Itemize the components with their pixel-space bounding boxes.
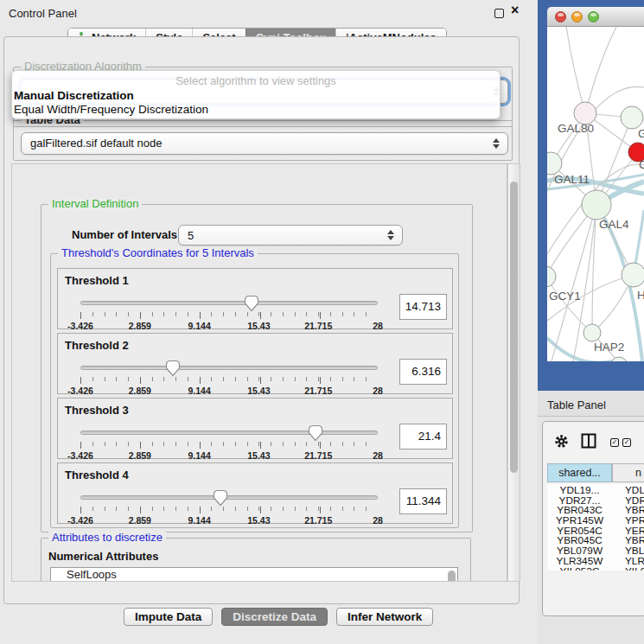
numerical-attributes-label: Numerical Attributes [48, 550, 158, 563]
attributes-group: Attributes to discretize Numerical Attri… [41, 538, 471, 582]
threshold-3-slider[interactable]: -3.4262.8599.14415.4321.71528 [80, 423, 378, 457]
combo-stepper-icon [493, 138, 500, 149]
node-h[interactable] [622, 263, 644, 287]
table-header-row: shared... n [547, 463, 644, 482]
table-data-select[interactable]: galFiltered.sif default node [21, 132, 508, 155]
thresholds-group: Threshold's Coordinates for 5 Intervals … [50, 253, 459, 528]
dropdown-item-manual-discretization[interactable]: Manual Discretization [14, 89, 134, 102]
node-label-gal80: GAL80 [558, 122, 594, 135]
slider-tick-labels: -3.4262.8599.14415.4321.71528 [80, 321, 378, 331]
network-graph: GAL80 GA GAL11 C GAL4 GCY1 H HAP2 [547, 27, 644, 361]
network-view-window[interactable]: GAL80 GA GAL11 C GAL4 GCY1 H HAP2 [538, 0, 644, 391]
slider-thumb[interactable] [165, 360, 181, 377]
tab-infer-network[interactable]: Infer Network [336, 608, 433, 626]
algorithm-dropdown-popup: Select algorithm to view settings Manual… [11, 70, 501, 119]
table-row[interactable]: YDL19...YDL1 [547, 484, 644, 494]
table-row[interactable]: YER054CYER0 [547, 525, 644, 535]
slider-thumb[interactable] [244, 295, 259, 312]
control-panel: Control Panel × Network Style Select Cyn… [0, 0, 538, 644]
list-item[interactable]: SelfLoops [51, 568, 457, 582]
table-row[interactable]: YBL079WYBL0 [547, 545, 644, 555]
table-panel-body: ✓ ✓ shared... n YDL19...YDL1 YDR27...YDR… [542, 421, 644, 616]
numerical-attributes-list[interactable]: SelfLoops TopologicalCoefficient Between… [50, 567, 458, 582]
table-row[interactable]: YBR043CYBR0 [547, 504, 644, 514]
table-panel: Table Panel ✓ ✓ shared... n YDL19...YDL1… [538, 391, 644, 644]
tab-discretize-data[interactable]: Discretize Data [221, 608, 328, 626]
select-all-checkbox-icon[interactable]: ✓ [610, 438, 619, 447]
dropdown-item-equal-width-frequency[interactable]: Equal Width/Frequency Discretization [14, 103, 208, 116]
threshold-1-panel: Threshold 1 -3.4262.8599.14415.4321.7152… [57, 268, 453, 329]
settings-viewport: Interval Definition Number of Intervals … [11, 163, 507, 582]
close-traffic-light-icon[interactable] [555, 11, 566, 22]
node-label-c-cut: C [639, 158, 644, 171]
node-label-gal11: GAL11 [554, 173, 590, 186]
table-rows: YDL19...YDL1 YDR27...YDR2 YBR043CYBR0 YP… [547, 484, 644, 571]
threshold-3-label: Threshold 3 [65, 404, 129, 417]
number-of-intervals-select[interactable]: 5 [178, 225, 403, 245]
table-row[interactable]: YIL052CYIL0 [547, 565, 644, 571]
node-label-hap2: HAP2 [594, 341, 624, 354]
table-panel-title: Table Panel [547, 399, 606, 411]
node-bottom-partial[interactable] [610, 357, 628, 361]
list-item[interactable]: TopologicalCoefficient [51, 582, 457, 583]
threshold-1-label: Threshold 1 [65, 274, 129, 287]
node-label-h-cut: H [637, 289, 644, 302]
network-window-titlebar[interactable] [547, 7, 644, 27]
threshold-2-label: Threshold 2 [65, 339, 129, 352]
node-gal4[interactable] [582, 190, 611, 220]
float-window-icon[interactable] [494, 9, 504, 18]
table-row[interactable]: YDR27...YDR2 [547, 494, 644, 505]
thresholds-group-title: Threshold's Coordinates for 5 Intervals [58, 247, 258, 259]
threshold-4-value-field[interactable]: 11.344 [399, 488, 447, 514]
network-canvas[interactable]: GAL80 GA GAL11 C GAL4 GCY1 H HAP2 [547, 27, 644, 361]
tab-impute-data[interactable]: Impute Data [124, 608, 213, 626]
threshold-2-panel: Threshold 2 -3.4262.8599.14415.4321.7152… [57, 333, 453, 394]
node-label-ga-cut: GA [638, 127, 644, 140]
table-data-selected-value: galFiltered.sif default node [30, 137, 162, 150]
slider-thumb[interactable] [213, 489, 228, 507]
slider-track[interactable] [80, 430, 378, 435]
columns-icon[interactable] [581, 433, 596, 449]
number-of-intervals-label: Number of Intervals [72, 228, 177, 241]
column-header-name[interactable]: n [612, 463, 644, 482]
slider-major-ticks [80, 312, 379, 319]
threshold-1-slider[interactable]: -3.4262.8599.14415.4321.71528 [80, 293, 378, 328]
table-row[interactable]: YLR345WYLR3 [547, 555, 644, 565]
slider-track[interactable] [80, 301, 378, 305]
slider-major-ticks [80, 377, 379, 384]
scrollbar-thumb[interactable] [510, 182, 518, 473]
threshold-4-slider[interactable]: -3.4262.8599.14415.4321.71528 [80, 488, 378, 522]
threshold-2-value-field[interactable]: 6.316 [399, 359, 447, 385]
slider-major-ticks [80, 507, 379, 513]
slider-track[interactable] [80, 495, 378, 500]
combo-stepper-icon [387, 230, 394, 240]
table-toolbar: ✓ ✓ [543, 422, 644, 460]
table-row[interactable]: YBR045CYBR0 [547, 534, 644, 545]
control-panel-titlebar: Control Panel × [0, 0, 538, 26]
minimize-traffic-light-icon[interactable] [571, 11, 583, 22]
node-hap2[interactable] [583, 324, 601, 341]
slider-track[interactable] [80, 366, 378, 370]
table-panel-header: Table Panel [538, 391, 644, 417]
slider-thumb[interactable] [308, 424, 323, 442]
select-column-checkbox-icon[interactable]: ✓ [622, 438, 631, 447]
slider-major-ticks [80, 442, 379, 449]
column-header-shared-name[interactable]: shared... [547, 463, 612, 482]
node-top-right[interactable] [621, 106, 643, 129]
cyni-bottom-tabs: Impute Data Discretize Data Infer Networ… [124, 608, 433, 626]
threshold-3-value-field[interactable]: 21.4 [399, 424, 447, 450]
cyni-toolbox-panel: Discretization Algorithm Select algorith… [3, 36, 520, 604]
slider-tick-labels: -3.4262.8599.14415.4321.71528 [80, 515, 378, 526]
threshold-1-value-field[interactable]: 14.713 [399, 294, 447, 320]
vertical-scrollbar[interactable] [507, 163, 520, 582]
close-icon[interactable]: × [511, 3, 519, 18]
table-row[interactable]: YPR145WYPR1 [547, 514, 644, 525]
gear-icon[interactable] [554, 434, 569, 449]
zoom-traffic-light-icon[interactable] [588, 11, 599, 22]
list-scrollbar[interactable] [448, 571, 456, 582]
threshold-4-label: Threshold 4 [65, 469, 129, 481]
node-gcy1[interactable] [547, 266, 556, 287]
slider-tick-labels: -3.4262.8599.14415.4321.71528 [80, 450, 378, 461]
dropdown-hint: Select algorithm to view settings [12, 74, 500, 87]
threshold-2-slider[interactable]: -3.4262.8599.14415.4321.71528 [80, 358, 378, 392]
